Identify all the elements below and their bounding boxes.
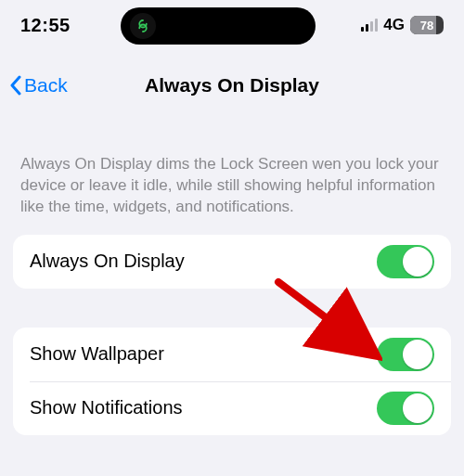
island-activity-icon (130, 13, 156, 39)
dynamic-island (121, 7, 316, 45)
nav-bar: Back Always On Display (0, 63, 464, 108)
toggle[interactable] (377, 392, 434, 425)
row-label: Show Notifications (30, 397, 183, 418)
settings-section: Always On Display (13, 235, 451, 289)
battery-icon: 78 (410, 16, 444, 34)
toggle[interactable] (377, 338, 434, 371)
battery-percent: 78 (420, 19, 433, 32)
signal-icon (361, 19, 378, 32)
settings-row: Always On Display (13, 235, 451, 289)
row-label: Always On Display (30, 251, 185, 272)
settings-section: Show WallpaperShow Notifications (13, 328, 451, 435)
back-label: Back (24, 74, 68, 96)
toggle-knob (403, 340, 432, 369)
network-type: 4G (383, 16, 405, 34)
status-bar: 12:55 4G 78 (0, 0, 464, 50)
toggle-knob (403, 393, 432, 423)
page-title: Always On Display (145, 74, 319, 96)
status-right: 4G 78 (361, 16, 444, 34)
settings-row: Show Wallpaper (13, 328, 451, 381)
toggle-knob (403, 247, 432, 277)
back-button[interactable]: Back (9, 74, 68, 96)
status-time: 12:55 (20, 15, 71, 36)
row-label: Show Wallpaper (30, 343, 164, 365)
section-description: Always On Display dims the Lock Screen w… (0, 108, 464, 235)
toggle[interactable] (377, 245, 434, 278)
chevron-left-icon (9, 75, 22, 96)
settings-row: Show Notifications (13, 381, 451, 435)
